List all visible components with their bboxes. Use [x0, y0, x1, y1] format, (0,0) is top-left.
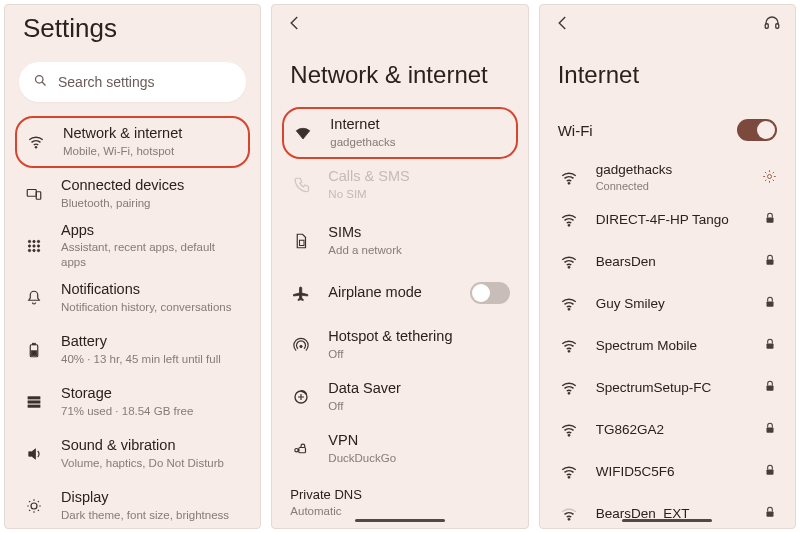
svg-point-5: [568, 224, 570, 226]
wifi-signal-icon: [558, 211, 580, 229]
item-subtitle: Dark theme, font size, brightness: [61, 508, 242, 523]
item-title: Calls & SMS: [328, 168, 493, 185]
page-title: Network & internet: [272, 45, 527, 107]
network-name: Guy Smiley: [596, 296, 747, 312]
wifi-network-bearsden-ext[interactable]: BearsDen_EXT: [540, 493, 795, 528]
settings-item-network-internet[interactable]: Network & internet Mobile, Wi-Fi, hotspo…: [15, 116, 250, 168]
svg-point-4: [568, 182, 570, 184]
wifi-network-spectrum-mobile[interactable]: Spectrum Mobile: [540, 325, 795, 367]
wifi-signal-icon: [558, 169, 580, 187]
wifi-signal-icon: [558, 379, 580, 397]
section-private-dns[interactable]: Private DNS Automatic: [272, 479, 527, 523]
network-item-internet[interactable]: Internet gadgethacks: [282, 107, 517, 159]
item-subtitle: Notification history, conversations: [61, 300, 242, 315]
settings-item-storage[interactable]: Storage 71% used · 18.54 GB free: [5, 376, 260, 428]
network-name: gadgethacks: [596, 162, 746, 178]
item-title: Display: [61, 489, 242, 506]
network-item-sims[interactable]: SIMs Add a network: [272, 215, 527, 267]
wifi-signal-icon: [558, 337, 580, 355]
back-icon[interactable]: [554, 14, 572, 36]
item-title: Hotspot & tethering: [328, 328, 493, 345]
search-settings[interactable]: Search settings: [19, 62, 246, 102]
wifi-network-gadgethacks[interactable]: gadgethacks Connected: [540, 157, 795, 199]
wifi-solid-icon: [292, 124, 314, 142]
scroll-indicator: [355, 519, 445, 522]
wifi-network-list: gadgethacks Connected DIRECT-4F-HP Tango…: [540, 157, 795, 528]
settings-item-battery[interactable]: Battery 40% · 13 hr, 45 min left until f…: [5, 324, 260, 376]
item-subtitle: Assistant, recent apps, default apps: [61, 240, 242, 270]
svg-point-7: [568, 308, 570, 310]
network-item-airplane-mode[interactable]: Airplane mode: [272, 267, 527, 319]
gear-icon[interactable]: [762, 169, 777, 188]
svg-point-6: [568, 266, 570, 268]
apps-icon: [23, 237, 45, 255]
sound-icon: [23, 445, 45, 463]
item-title: Storage: [61, 385, 242, 402]
topbar: [272, 5, 527, 45]
storage-icon: [23, 393, 45, 411]
wifi-network-spectrumsetup-fc[interactable]: SpectrumSetup-FC: [540, 367, 795, 409]
toggle[interactable]: [470, 282, 510, 304]
wifi-signal-icon: [558, 253, 580, 271]
svg-point-10: [568, 434, 570, 436]
item-subtitle: gadgethacks: [330, 135, 491, 150]
network-name: WIFID5C5F6: [596, 464, 747, 480]
network-item-calls-sms: Calls & SMS No SIM: [272, 159, 527, 211]
wifi-network-bearsden[interactable]: BearsDen: [540, 241, 795, 283]
item-subtitle: 40% · 13 hr, 45 min left until full: [61, 352, 242, 367]
back-icon[interactable]: [286, 14, 304, 36]
svg-point-8: [568, 350, 570, 352]
lock-icon: [763, 463, 777, 481]
page-title: Settings: [5, 5, 260, 62]
settings-item-connected-devices[interactable]: Connected devices Bluetooth, pairing: [5, 168, 260, 220]
item-title: Airplane mode: [328, 284, 453, 301]
wifi-network-tg862ga2[interactable]: TG862GA2: [540, 409, 795, 451]
item-subtitle: Add a network: [328, 243, 493, 258]
network-name: DIRECT-4F-HP Tango: [596, 212, 747, 228]
search-icon: [33, 73, 48, 91]
settings-item-notifications[interactable]: Notifications Notification history, conv…: [5, 272, 260, 324]
wifi-master-toggle-row[interactable]: Wi-Fi: [540, 107, 795, 157]
network-name: BearsDen: [596, 254, 747, 270]
network-internet-screen: Network & internet Internet gadgethacks …: [271, 4, 528, 529]
network-list: Internet gadgethacks Calls & SMS No SIM …: [272, 107, 527, 528]
network-name: Spectrum Mobile: [596, 338, 747, 354]
settings-list: Network & internet Mobile, Wi-Fi, hotspo…: [5, 116, 260, 528]
svg-rect-2: [765, 24, 768, 29]
item-subtitle: Off: [328, 399, 493, 414]
svg-point-12: [568, 518, 570, 520]
wifi-network-direct-4f-hp-tango[interactable]: DIRECT-4F-HP Tango: [540, 199, 795, 241]
wifi-toggle[interactable]: [737, 119, 777, 141]
wifi-signal-icon: [558, 463, 580, 481]
lock-icon: [763, 211, 777, 229]
svg-rect-3: [776, 24, 779, 29]
item-title: SIMs: [328, 224, 493, 241]
wifi-label: Wi-Fi: [558, 122, 593, 139]
wifi-network-wifid5c5f6[interactable]: WIFID5C5F6: [540, 451, 795, 493]
settings-item-apps[interactable]: Apps Assistant, recent apps, default app…: [5, 220, 260, 272]
settings-item-display[interactable]: Display Dark theme, font size, brightnes…: [5, 480, 260, 528]
lock-icon: [763, 337, 777, 355]
network-item-vpn[interactable]: VPN DuckDuckGo: [272, 423, 527, 475]
svg-line-1: [42, 82, 45, 85]
bell-icon: [23, 289, 45, 307]
settings-screen: Settings Search settings Network & inter…: [4, 4, 261, 529]
wifi-signal-icon: [558, 505, 580, 523]
scroll-indicator: [622, 519, 712, 522]
svg-point-0: [36, 76, 44, 84]
plane-icon: [290, 284, 312, 302]
item-title: Private DNS: [290, 487, 509, 503]
sim-icon: [290, 232, 312, 250]
item-subtitle: No SIM: [328, 187, 493, 202]
network-item-data-saver[interactable]: Data Saver Off: [272, 371, 527, 423]
network-item-hotspot-tethering[interactable]: Hotspot & tethering Off: [272, 319, 527, 371]
network-status: Connected: [596, 179, 746, 193]
item-title: Network & internet: [63, 125, 240, 142]
settings-item-sound-vibration[interactable]: Sound & vibration Volume, haptics, Do No…: [5, 428, 260, 480]
lock-icon: [763, 421, 777, 439]
headset-icon[interactable]: [763, 14, 781, 36]
wifi-network-guy-smiley[interactable]: Guy Smiley: [540, 283, 795, 325]
section-adaptive-connectivity[interactable]: Adaptive connectivity: [272, 527, 527, 528]
item-subtitle: Mobile, Wi-Fi, hotspot: [63, 144, 240, 159]
hotspot-icon: [290, 336, 312, 354]
